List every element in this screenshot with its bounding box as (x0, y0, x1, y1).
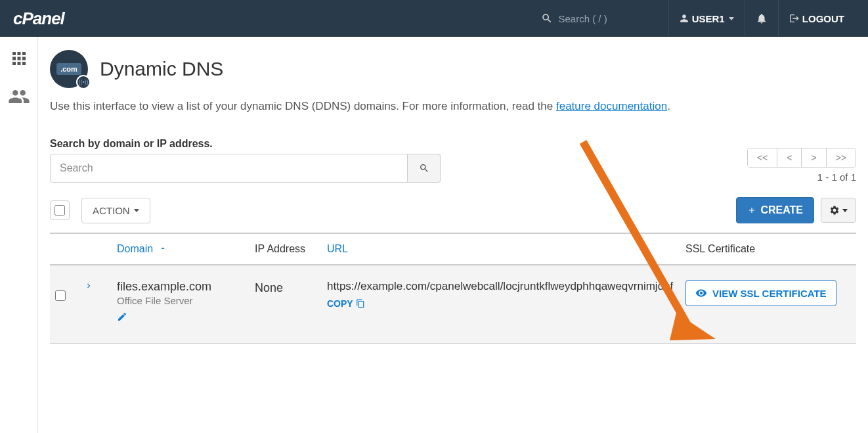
search-icon (419, 163, 429, 173)
create-button[interactable]: CREATE (736, 197, 814, 223)
view-ssl-label: VIEW SSL CERTIFICATE (712, 288, 827, 299)
pagination-next[interactable]: > (802, 148, 826, 167)
row-checkbox[interactable] (55, 290, 66, 301)
create-button-label: CREATE (760, 204, 803, 216)
pagination-prev[interactable]: < (777, 148, 802, 167)
page-icon: .com ((•)) (50, 50, 88, 88)
caret-down-icon (134, 209, 139, 212)
page-icon-badge: ((•)) (76, 75, 91, 89)
table-row: files.example.com Office File Server Non… (50, 265, 856, 344)
domains-table: Domain IP Address URL SSL Certificate fi… (50, 234, 856, 344)
pagination-status: 1 - 1 of 1 (747, 171, 856, 183)
edit-domain-button[interactable] (117, 311, 127, 325)
search-label: Search by domain or IP address. (50, 138, 441, 150)
select-all-checkbox[interactable] (54, 205, 65, 216)
ddns-url: https://example.com/cpanelwebcall/locjru… (327, 280, 685, 293)
pagination-first[interactable]: << (748, 148, 777, 167)
column-header-url[interactable]: URL (327, 243, 348, 254)
notifications-button[interactable] (745, 0, 778, 37)
search-icon (541, 12, 553, 24)
pagination-section: << < > >> 1 - 1 of 1 (747, 148, 856, 183)
column-header-ip[interactable]: IP Address (255, 243, 327, 255)
user-icon (680, 14, 689, 23)
user-menu[interactable]: USER1 (668, 0, 744, 37)
column-header-ssl: SSL Certificate (685, 243, 856, 255)
logout-button[interactable]: LOGOUT (778, 0, 855, 37)
copy-label: COPY (327, 298, 353, 309)
expand-row-button[interactable] (84, 280, 93, 293)
action-bar: ACTION CREATE (50, 197, 856, 234)
settings-button[interactable] (821, 198, 856, 223)
page-icon-label: .com (56, 63, 81, 75)
plus-icon (747, 206, 756, 215)
grid-icon (9, 49, 29, 68)
caret-down-icon (729, 17, 734, 20)
bell-icon (756, 12, 768, 24)
pagination-last[interactable]: >> (827, 148, 856, 167)
page-header: .com ((•)) Dynamic DNS (50, 50, 856, 88)
domain-name: files.example.com (117, 280, 255, 294)
column-header-domain[interactable]: Domain (117, 243, 167, 254)
caret-down-icon (842, 209, 848, 212)
intro-prefix: Use this interface to view a list of you… (50, 100, 556, 112)
sort-asc-icon (159, 244, 167, 252)
cpanel-logo[interactable]: cPanel (13, 9, 64, 29)
global-search[interactable] (541, 12, 664, 24)
domain-search-button[interactable] (408, 154, 441, 183)
users-icon (8, 85, 30, 108)
eye-icon (695, 287, 707, 299)
global-search-input[interactable] (558, 13, 663, 24)
search-section: Search by domain or IP address. (50, 138, 441, 183)
pencil-icon (117, 311, 127, 322)
feature-docs-link[interactable]: feature documentation (556, 100, 667, 112)
select-all-wrap[interactable] (50, 200, 70, 220)
logout-label: LOGOUT (802, 13, 844, 24)
intro-text: Use this interface to view a list of you… (50, 100, 856, 113)
logout-icon (789, 13, 800, 24)
pagination-controls: << < > >> (747, 148, 856, 168)
sidebar-users-button[interactable] (8, 85, 30, 110)
gear-icon (829, 205, 840, 216)
copy-url-button[interactable]: COPY (327, 298, 685, 309)
table-header: Domain IP Address URL SSL Certificate (50, 234, 856, 265)
domain-search-input[interactable] (50, 154, 408, 183)
page-title: Dynamic DNS (100, 58, 223, 80)
main-content: .com ((•)) Dynamic DNS Use this interfac… (38, 37, 868, 433)
left-sidebar (0, 37, 38, 433)
chevron-right-icon (84, 281, 93, 290)
action-dropdown[interactable]: ACTION (81, 198, 150, 223)
top-navbar: cPanel USER1 LOGOUT (0, 0, 868, 37)
action-dropdown-label: ACTION (93, 205, 130, 216)
copy-icon (356, 299, 365, 308)
user-label: USER1 (692, 13, 725, 24)
domain-description: Office File Server (117, 295, 255, 306)
sidebar-apps-button[interactable] (9, 49, 29, 71)
view-ssl-button[interactable]: VIEW SSL CERTIFICATE (685, 280, 836, 306)
ip-address: None (255, 280, 327, 295)
intro-suffix: . (667, 100, 670, 112)
